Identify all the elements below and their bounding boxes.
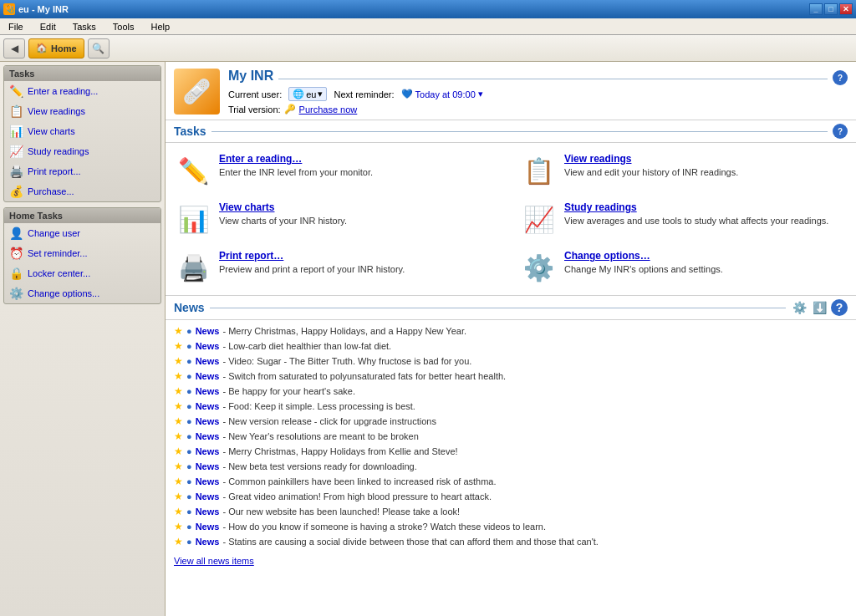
task-change-options-title[interactable]: Change options… (564, 250, 846, 262)
sidebar-item-print-report[interactable]: 🖨️ Print report... (4, 161, 160, 181)
news-info-icon: ● (186, 446, 192, 456)
news-link-12[interactable]: News (196, 507, 220, 517)
sidebar-item-study-readings[interactable]: 📈 Study readings (4, 141, 160, 161)
news-info-icon: ● (186, 341, 192, 351)
task-print-report-title[interactable]: Print report… (219, 250, 501, 262)
news-link-14[interactable]: News (196, 537, 220, 547)
charts-icon: 📊 (9, 125, 23, 138)
news-link-5[interactable]: News (196, 401, 220, 411)
view-all-news-link[interactable]: View all news items (174, 556, 254, 566)
window-title: eu - My INR (18, 4, 69, 14)
menu-tools[interactable]: Tools (108, 20, 140, 33)
news-link-1[interactable]: News (196, 341, 220, 351)
task-print-report[interactable]: 🖨️ Print report… Preview and print a rep… (166, 243, 511, 292)
news-info-icon: ● (186, 491, 192, 501)
news-item: ★ ● News - New Year's resolutions are me… (174, 429, 848, 444)
task-enter-reading-title[interactable]: Enter a reading… (219, 153, 501, 165)
sidebar-link-view-charts[interactable]: View charts (28, 126, 75, 136)
news-text-8: - Merry Christmas, Happy Holidays from K… (222, 446, 457, 456)
sidebar-item-locker-center[interactable]: 🔒 Locker center... (4, 263, 160, 283)
current-user-label: Current user: (228, 89, 282, 99)
news-link-11[interactable]: News (196, 491, 220, 501)
news-link-8[interactable]: News (196, 446, 220, 456)
news-info-icon: ● (186, 356, 192, 366)
news-item: ★ ● News - How do you know if someone is… (174, 519, 848, 534)
sidebar-link-locker-center[interactable]: Locker center... (28, 268, 90, 278)
sidebar-link-view-readings[interactable]: View readings (28, 106, 85, 116)
sidebar-item-view-readings[interactable]: 📋 View readings (4, 101, 160, 121)
menu-edit[interactable]: Edit (35, 20, 61, 33)
sidebar-link-change-options[interactable]: Change options... (28, 288, 99, 298)
news-info-icon: ● (186, 522, 192, 532)
close-button[interactable]: ✕ (839, 3, 853, 15)
news-link-13[interactable]: News (196, 522, 220, 532)
sidebar-item-change-options[interactable]: ⚙️ Change options... (4, 283, 160, 303)
sidebar-link-enter-reading[interactable]: Enter a reading... (28, 86, 98, 96)
news-text-13: - How do you know if someone is having a… (222, 522, 546, 532)
news-info-icon: ● (186, 431, 192, 441)
sidebar-home-tasks-section: Home Tasks 👤 Change user ⏰ Set reminder.… (3, 207, 161, 304)
menu-tasks[interactable]: Tasks (68, 20, 101, 33)
sidebar-link-change-user[interactable]: Change user (28, 228, 80, 238)
news-star-icon: ★ (174, 476, 183, 487)
task-change-options[interactable]: ⚙️ Change options… Change My INR's optio… (511, 243, 856, 292)
sidebar-item-set-reminder[interactable]: ⏰ Set reminder... (4, 243, 160, 263)
news-item: ★ ● News - Merry Christmas, Happy Holida… (174, 444, 848, 459)
task-enter-reading[interactable]: ✏️ Enter a reading… Enter the INR level … (166, 146, 511, 195)
menu-file[interactable]: File (3, 20, 28, 33)
task-study-readings-icon: 📈 (521, 201, 556, 237)
minimize-button[interactable]: _ (809, 3, 823, 15)
news-help-button[interactable]: ? (831, 299, 848, 316)
news-link-7[interactable]: News (196, 431, 220, 441)
task-view-charts-title[interactable]: View charts (219, 201, 501, 213)
news-link-3[interactable]: News (196, 371, 220, 381)
news-text-11: - Great video animation! From high blood… (222, 491, 492, 501)
task-view-readings-title[interactable]: View readings (564, 153, 846, 165)
title-bar: 🩺 eu - My INR _ □ ✕ (0, 0, 856, 18)
task-change-options-desc: Change My INR's options and settings. (564, 263, 846, 275)
maximize-button[interactable]: □ (824, 3, 838, 15)
home-button[interactable]: 🏠 Home (28, 38, 84, 59)
news-settings-button[interactable]: ⚙️ (791, 299, 808, 316)
news-item: ★ ● News - New version release - click f… (174, 414, 848, 429)
news-item: ★ ● News - Low-carb diet healthier than … (174, 339, 848, 354)
news-link-10[interactable]: News (196, 476, 220, 486)
sidebar-item-change-user[interactable]: 👤 Change user (4, 223, 160, 243)
news-item: ★ ● News - Common painkillers have been … (174, 474, 848, 489)
news-link-9[interactable]: News (196, 461, 220, 471)
reminder-clock-icon: 💙 (401, 89, 413, 99)
task-study-readings-title[interactable]: Study readings (564, 201, 846, 213)
next-reminder-label: Next reminder: (334, 89, 394, 99)
header-help-button[interactable]: ? (833, 70, 848, 85)
sidebar-link-study-readings[interactable]: Study readings (28, 146, 89, 156)
user-globe-icon: 🌐 (293, 89, 304, 99)
news-link-2[interactable]: News (196, 356, 220, 366)
sidebar-item-enter-reading[interactable]: ✏️ Enter a reading... (4, 81, 160, 101)
tasks-help-button[interactable]: ? (833, 124, 848, 139)
news-link-6[interactable]: News (196, 416, 220, 426)
sidebar-item-view-charts[interactable]: 📊 View charts (4, 121, 160, 141)
menu-bar: File Edit Tasks Tools Help (0, 18, 856, 35)
sidebar-item-purchase[interactable]: 💰 Purchase... (4, 181, 160, 201)
task-print-report-text: Print report… Preview and print a report… (219, 250, 501, 275)
news-link-4[interactable]: News (196, 386, 220, 396)
user-badge: 🌐 eu ▾ (288, 87, 327, 101)
tasks-divider (211, 131, 828, 132)
sidebar-link-set-reminder[interactable]: Set reminder... (28, 248, 88, 258)
purchase-link[interactable]: Purchase now (299, 104, 358, 115)
news-info-icon: ● (186, 386, 192, 396)
search-button[interactable]: 🔍 (88, 38, 110, 59)
tasks-section-title: Tasks (174, 125, 206, 138)
task-study-readings[interactable]: 📈 Study readings View averages and use t… (511, 195, 856, 243)
task-view-readings[interactable]: 📋 View readings View and edit your histo… (511, 146, 856, 195)
news-download-button[interactable]: ⬇️ (811, 299, 828, 316)
menu-help[interactable]: Help (146, 20, 176, 33)
news-link-0[interactable]: News (196, 326, 220, 336)
sidebar-tasks-header: Tasks (4, 66, 160, 81)
back-button[interactable]: ◀ (3, 38, 25, 59)
sidebar-link-purchase[interactable]: Purchase... (28, 186, 74, 196)
task-view-charts[interactable]: 📊 View charts View charts of your INR hi… (166, 195, 511, 243)
content-header: 🩹 My INR ? Current user: 🌐 eu ▾ Next rem… (166, 62, 856, 120)
study-icon: 📈 (9, 145, 23, 158)
sidebar-link-print-report[interactable]: Print report... (28, 166, 81, 176)
